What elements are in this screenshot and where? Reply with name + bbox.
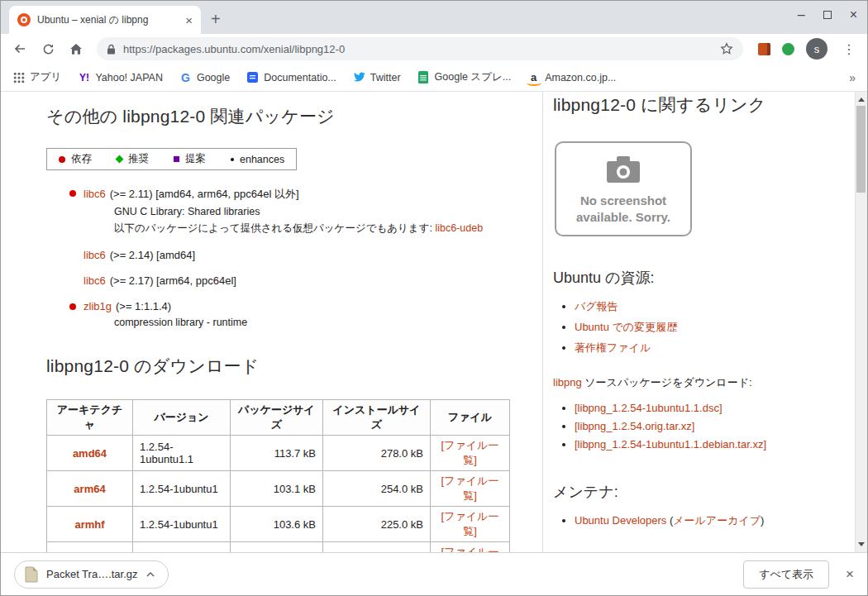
bookmark-label: Google: [197, 72, 230, 83]
browser-tab[interactable]: Ubuntu – xenial の libpng ×: [9, 6, 201, 34]
scrollbar-thumb[interactable]: [856, 106, 866, 193]
list-item: [libpng_1.2.54.orig.tar.xz]: [575, 420, 842, 432]
debian-tarball-link[interactable]: [libpng_1.2.54-1ubuntu1.1.debian.tar.xz]: [575, 438, 766, 451]
file-list-link[interactable]: [ファイル一覧]: [441, 439, 499, 466]
file-list-link[interactable]: [ファイル一覧]: [441, 474, 499, 502]
version-cell: 1.2.54-1ubuntu1: [133, 542, 231, 553]
dependency-legend: 依存 推奨 提案 enhances: [46, 148, 297, 170]
bookmark-google[interactable]: G Google: [179, 71, 230, 83]
file-icon: [25, 566, 38, 583]
dependency-item: libc6 (>= 2.14) [amd64]: [46, 249, 542, 261]
bookmarks-overflow-chevron[interactable]: »: [849, 71, 856, 84]
mail-archive-link[interactable]: メールアーカイブ: [673, 514, 761, 527]
version-constraint: (>= 2.17) [arm64, ppc64el]: [110, 274, 236, 287]
arch-link[interactable]: armhf: [74, 518, 104, 531]
depends-bullet-icon: [69, 190, 76, 197]
extension-green-icon[interactable]: [782, 43, 794, 55]
legend-label: 提案: [185, 152, 206, 166]
dependency-item: libc6 (>= 2.11) [amd64, arm64, ppc64el 以…: [46, 187, 542, 236]
resource-links-list: バグ報告 Ubuntu での変更履歴 著作権ファイル: [575, 299, 842, 355]
list-item: Ubuntu Developers (メールアーカイブ): [575, 513, 842, 528]
ubuntu-favicon-icon: [17, 13, 31, 26]
dependency-item: libc6 (>= 2.17) [arm64, ppc64el]: [46, 274, 542, 287]
arch-link[interactable]: amd64: [73, 447, 107, 460]
tab-close-icon[interactable]: ×: [185, 14, 193, 26]
dsc-file-link[interactable]: [libpng_1.2.54-1ubuntu1.1.dsc]: [575, 402, 723, 414]
legend-enhances: enhances: [231, 154, 284, 165]
orig-tarball-link[interactable]: [libpng_1.2.54.orig.tar.xz]: [575, 420, 694, 432]
bookmark-twitter[interactable]: Twitter: [353, 71, 401, 83]
page-content: その他の libpng12-0 関連パッケージ 依存 推奨 提案: [1, 92, 855, 552]
package-link-zlib1g[interactable]: zlib1g: [83, 300, 112, 312]
bookmark-documentation[interactable]: Documentatio...: [246, 71, 336, 83]
ask-question-link[interactable]: asking a question: [694, 551, 775, 552]
bookmark-label: Amazon.co.jp...: [545, 72, 616, 83]
resources-heading: Ubuntu の資源:: [553, 268, 842, 288]
maintainer-list: Ubuntu Developers (メールアーカイブ): [575, 513, 842, 528]
legend-recommends: 推奨: [117, 152, 149, 166]
source-files-list: [libpng_1.2.54-1ubuntu1.1.dsc] [libpng_1…: [575, 402, 842, 451]
version-constraint: (>= 1:1.1.4): [116, 300, 171, 312]
file-list-link[interactable]: [ファイル一覧]: [441, 546, 499, 552]
legend-label: 依存: [71, 152, 92, 166]
bug-report-link[interactable]: バグ報告: [575, 300, 618, 312]
bookmark-star-icon[interactable]: [720, 42, 733, 55]
download-filename[interactable]: Packet Tra….tar.gz: [46, 568, 138, 580]
file-list-link[interactable]: [ファイル一覧]: [441, 510, 499, 537]
back-button[interactable]: [7, 36, 32, 61]
camera-icon: [605, 155, 641, 184]
maintainer-link[interactable]: Ubuntu Developers: [575, 514, 666, 527]
shelf-close-icon[interactable]: ×: [846, 567, 854, 581]
source-package-link[interactable]: libpng: [553, 376, 582, 389]
url-text[interactable]: https://packages.ubuntu.com/xenial/libpn…: [123, 43, 713, 55]
download-item[interactable]: Packet Tra….tar.gz: [14, 560, 169, 589]
list-item: [libpng_1.2.54-1ubuntu1.1.dsc]: [575, 402, 842, 414]
changelog-link[interactable]: Ubuntu での変更履歴: [575, 321, 677, 333]
install-size-cell: 278.0 kB: [323, 436, 431, 471]
chevron-up-icon[interactable]: [146, 572, 155, 577]
arch-link[interactable]: arm64: [74, 483, 105, 495]
enhances-dot-icon: [231, 158, 234, 161]
bookmark-amazon[interactable]: a Amazon.co.jp...: [527, 71, 616, 83]
legend-suggests: 提案: [174, 152, 206, 166]
maximize-button[interactable]: [823, 11, 832, 19]
reload-button[interactable]: [36, 36, 60, 61]
home-button[interactable]: [64, 36, 88, 61]
lock-icon: [107, 44, 116, 55]
window-close-button[interactable]: ×: [850, 8, 857, 21]
package-size-cell: 103.1 kB: [231, 471, 323, 507]
titlebar: Ubuntu – xenial の libpng × + – ×: [1, 1, 867, 34]
show-all-downloads-button[interactable]: すべて表示: [743, 560, 829, 589]
list-item: Ubuntu での変更履歴: [575, 320, 842, 335]
new-tab-button[interactable]: +: [211, 11, 221, 27]
reload-icon: [42, 43, 55, 55]
window-controls: – ×: [798, 1, 857, 29]
package-link-libc6[interactable]: libc6: [83, 188, 106, 200]
package-link-libc6-udeb[interactable]: libc6-udeb: [435, 222, 483, 234]
bookmark-google-sheets[interactable]: Google スプレ...: [417, 70, 512, 84]
install-size-cell: 225.0 kB: [323, 507, 431, 542]
package-description: GNU C Library: Shared libraries: [114, 206, 542, 217]
file-bug-link[interactable]: filing a bug: [629, 551, 679, 552]
bookmark-yahoo[interactable]: Y! Yahoo! JAPAN: [78, 71, 163, 83]
package-link-libc6[interactable]: libc6: [83, 249, 106, 261]
list-item: 著作権ファイル: [575, 341, 842, 355]
page-viewport: その他の libpng12-0 関連パッケージ 依存 推奨 提案: [1, 92, 867, 552]
version-constraint: (>= 2.11) [amd64, arm64, ppc64el 以外]: [110, 187, 299, 202]
scroll-down-arrow[interactable]: [856, 538, 867, 551]
package-link-libc6[interactable]: libc6: [83, 274, 106, 287]
page-scrollbar[interactable]: [855, 92, 867, 552]
amazon-icon: a: [527, 71, 540, 83]
browser-menu-button[interactable]: ⋮: [837, 41, 861, 57]
profile-avatar[interactable]: s: [806, 38, 827, 60]
maintainer-heading: メンテナ:: [553, 482, 842, 502]
download-shelf: Packet Tra….tar.gz すべて表示 ×: [1, 552, 867, 595]
copyright-link[interactable]: 著作権ファイル: [575, 341, 651, 354]
extension-orange-icon[interactable]: [758, 43, 770, 55]
scroll-up-arrow[interactable]: [856, 93, 867, 106]
address-bar[interactable]: https://packages.ubuntu.com/xenial/libpn…: [97, 37, 743, 60]
related-packages-heading: その他の libpng12-0 関連パッケージ: [46, 105, 542, 128]
minimize-button[interactable]: –: [798, 8, 805, 21]
apps-shortcut[interactable]: アプリ: [12, 70, 61, 84]
no-screenshot-text-line1: No screenshot: [563, 193, 684, 209]
